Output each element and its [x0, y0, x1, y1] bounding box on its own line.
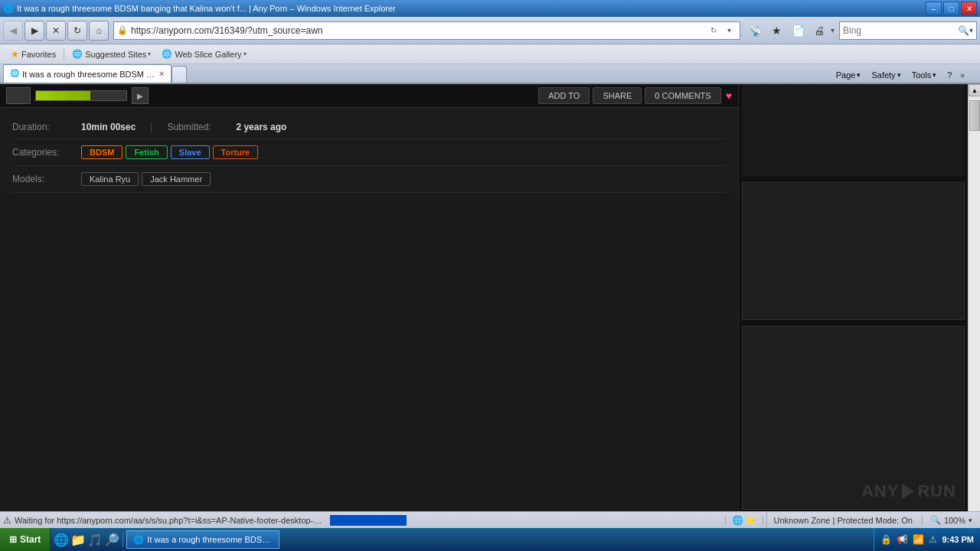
tools-menu-button[interactable]: Tools ▾: [906, 67, 942, 83]
share-button[interactable]: SHARE: [593, 87, 642, 104]
safety-menu-button[interactable]: Safety ▾: [866, 67, 906, 83]
tray-icon-1: 🔒: [880, 534, 892, 545]
taskbar-items: 🌐 It was a rough threesome BDSM banging …: [123, 530, 874, 549]
taskbar-time-display: 9:43 PM: [942, 535, 974, 544]
sidebar-card-2: [742, 182, 965, 320]
suggested-sites-item[interactable]: 🌐 Suggested Sites ▾: [67, 47, 155, 62]
favorites-label: Favorites: [21, 50, 56, 59]
suggested-sites-arrow: ▾: [148, 51, 151, 57]
folder-quicklaunch-icon[interactable]: 📁: [70, 533, 86, 547]
address-input[interactable]: [131, 25, 706, 36]
refresh-button[interactable]: ↻: [67, 21, 87, 41]
heart-icon[interactable]: ♥: [726, 90, 732, 102]
status-text: Waiting for https://anyporn.com/aa/s/s/s…: [15, 516, 325, 525]
forward-button[interactable]: ▶: [24, 21, 44, 41]
address-dropdown-button[interactable]: ▾: [721, 23, 737, 38]
status-divider-3: [922, 515, 923, 526]
start-label: Start: [20, 534, 41, 545]
explorer-quicklaunch-icon[interactable]: 🔎: [104, 533, 119, 547]
tab-close-button[interactable]: ✕: [158, 70, 165, 78]
tab-label: It was a rough threesome BDSM banging th…: [22, 70, 155, 79]
scrollbar-thumb[interactable]: [969, 100, 980, 131]
rss-button[interactable]: 📡: [745, 21, 765, 41]
status-zone: Unknown Zone | Protected Mode: On: [766, 512, 918, 528]
quick-launch: 🌐 📁 🎵 🔎: [51, 533, 123, 547]
ie-taskbar-item[interactable]: 🌐 It was a rough threesome BDSM banging …: [126, 530, 279, 549]
progress-fill: [36, 91, 90, 100]
suggested-sites-icon: 🌐: [72, 49, 83, 59]
tag-slave[interactable]: Slave: [171, 145, 210, 159]
categories-label: Categories:: [12, 147, 81, 158]
right-sidebar: ANY RUN: [738, 84, 968, 528]
maximize-button[interactable]: □: [943, 2, 959, 15]
windows-taskbar: ⊞ Start 🌐 📁 🎵 🔎 🌐 It was a rough threeso…: [0, 528, 980, 551]
tray-icon-2: 📢: [897, 534, 908, 545]
favorites-button[interactable]: ★: [766, 21, 786, 41]
comments-button[interactable]: 0 COMMENTS: [645, 87, 720, 104]
status-bar: ⚠ Waiting for https://anyporn.com/aa/s/s…: [0, 511, 980, 528]
status-divider-1: [725, 515, 726, 526]
tag-torture[interactable]: Torture: [213, 145, 259, 159]
submitted-value: 2 years ago: [236, 122, 286, 132]
tag-fetish[interactable]: Fetish: [126, 145, 167, 159]
minimize-button[interactable]: –: [926, 2, 942, 15]
ie-quicklaunch-icon[interactable]: 🌐: [54, 533, 69, 547]
search-button[interactable]: 🔍: [958, 23, 969, 38]
search-input[interactable]: [843, 25, 958, 36]
favorites-star-icon: ★: [11, 49, 19, 60]
close-button[interactable]: ✕: [961, 2, 977, 15]
media-quicklaunch-icon[interactable]: 🎵: [87, 533, 103, 547]
watermark-text-before: ANY: [861, 481, 899, 501]
content-area: ▶ ADD TO SHARE 0 COMMENTS ♥ Duration: 10…: [0, 84, 980, 528]
taskbar-clock: 9:43 PM: [942, 535, 974, 544]
submitted-label: Submitted:: [167, 122, 236, 132]
read-button[interactable]: 📄: [788, 21, 808, 41]
watermark-play-icon: [902, 484, 914, 499]
windows-logo: ⊞: [9, 534, 17, 545]
main-empty-area: [0, 193, 738, 499]
stop-button[interactable]: ✕: [46, 21, 66, 41]
tab-favicon: 🌐: [10, 69, 19, 80]
status-icon-1: 🌐: [732, 515, 743, 526]
duration-label: Duration:: [12, 122, 81, 132]
taskbar-right: 🔒 📢 📶 ⚠ 9:43 PM: [874, 528, 980, 551]
webslice-arrow: ▾: [243, 51, 247, 57]
status-progress-bar: [330, 515, 407, 526]
tray-icon-4: ⚠: [929, 534, 937, 545]
active-tab[interactable]: 🌐 It was a rough threesome BDSM banging …: [3, 64, 172, 83]
duration-value: 10min 00sec: [81, 122, 136, 132]
ie-taskbar-icon: 🌐: [133, 535, 144, 545]
info-section: Duration: 10min 00sec Submitted: 2 years…: [0, 108, 738, 193]
start-button[interactable]: ⊞ Start: [0, 528, 51, 551]
suggested-sites-label: Suggested Sites: [85, 50, 146, 59]
status-warning-icon: ⚠: [3, 515, 11, 526]
add-to-button[interactable]: ADD TO: [538, 87, 590, 104]
model-jack[interactable]: Jack Hammer: [142, 172, 211, 186]
sidebar-card-1: [742, 84, 965, 176]
webslice-gallery-item[interactable]: 🌐 Web Slice Gallery ▾: [157, 47, 250, 62]
video-thumbnail-small: [6, 87, 31, 104]
model-kalina[interactable]: Kalina Ryu: [81, 172, 139, 186]
page-menu-button[interactable]: Page ▾: [831, 67, 867, 83]
status-zoom-area: 🔍 100% ▾: [926, 515, 977, 525]
row-separator: [151, 122, 152, 132]
home-button[interactable]: ⌂: [89, 21, 109, 41]
categories-row: Categories: BDSM Fetish Slave Torture: [12, 139, 726, 166]
scroll-up-button[interactable]: ▲: [969, 84, 980, 96]
scrollbar-track[interactable]: [969, 96, 980, 516]
toolbar-arrow-icon: »: [960, 71, 965, 80]
video-play-button[interactable]: ▶: [132, 87, 149, 104]
zoom-icon: 🔍: [930, 515, 941, 525]
back-button[interactable]: ◀: [3, 21, 23, 41]
address-bar-container: 🔒 ↻ ▾: [113, 21, 740, 40]
security-icon: 🔒: [117, 25, 128, 35]
vertical-scrollbar[interactable]: ▲ ▼: [968, 84, 980, 528]
progress-bar[interactable]: [35, 90, 127, 101]
favorites-item[interactable]: ★ Favorites: [6, 47, 60, 62]
tag-bdsm[interactable]: BDSM: [81, 145, 122, 159]
status-icon-2: ⭐: [745, 515, 756, 526]
favorites-bar: ★ Favorites 🌐 Suggested Sites ▾ 🌐 Web Sl…: [0, 44, 980, 64]
print-button[interactable]: 🖨: [809, 21, 829, 41]
address-refresh-button[interactable]: ↻: [706, 23, 721, 38]
help-menu-button[interactable]: ?: [942, 67, 957, 83]
